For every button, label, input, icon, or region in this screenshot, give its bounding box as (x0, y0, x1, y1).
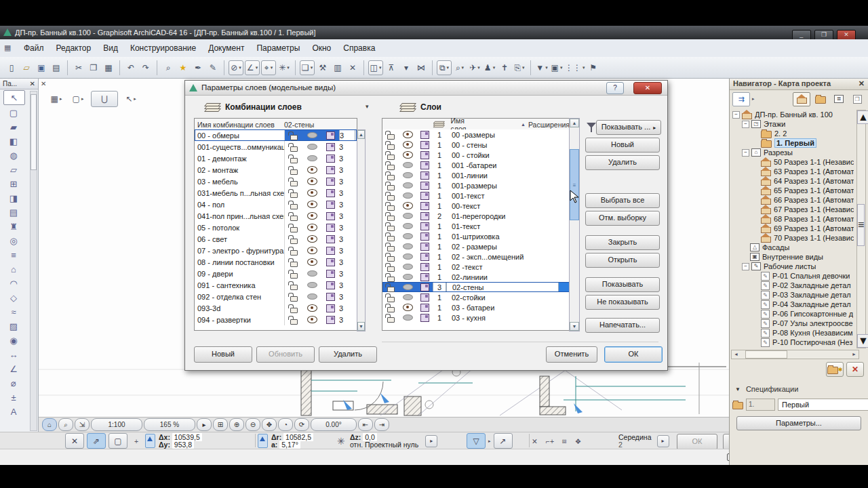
lock-icon[interactable] (382, 231, 399, 241)
view-mode-icon[interactable] (321, 164, 339, 176)
tool-roof[interactable]: ⌂ (3, 262, 24, 276)
side-button-удалить[interactable]: Удалить (585, 155, 660, 170)
lock-icon[interactable] (382, 201, 399, 211)
tree-item[interactable]: ✎Р-04 Закладные детал (731, 300, 856, 309)
publish-icon[interactable]: ✈▾ (468, 61, 481, 75)
combo-row[interactable]: 094 - развертки3 (195, 314, 357, 325)
tree-item-label[interactable]: 68 Разрез 1-1 (Автомат (774, 215, 854, 223)
eye-icon-open[interactable] (399, 150, 416, 160)
lock-icon[interactable] (382, 129, 399, 140)
new-document-icon[interactable]: ▯ (5, 61, 18, 75)
view-mode-icon[interactable] (416, 201, 433, 211)
tree-item-label[interactable]: Р-02 Закладные детал (772, 281, 851, 289)
tool-select-arrow[interactable]: ↖ (3, 90, 25, 105)
tree-item[interactable]: −◳Этажи (731, 119, 856, 129)
tree-item[interactable]: 69 Разрез 1-1 (Автомат (731, 224, 856, 233)
dialog-ok-button[interactable]: ОК (604, 346, 663, 363)
combo-row[interactable]: 08 - линии постановки3 (195, 256, 357, 268)
eye-icon-open[interactable] (302, 245, 321, 256)
navigator-horizontal-scrollbar[interactable]: ◄ ► (731, 350, 859, 359)
tree-item[interactable]: ✎Р-10 Постирочная (Нез (731, 338, 856, 347)
zoom-out[interactable]: ⊖ (245, 418, 260, 431)
tree-item[interactable]: ✎Р-02 Закладные детал (731, 281, 856, 290)
navigator-close-icon[interactable]: ✕ (859, 79, 865, 89)
relative-coords-menu-icon[interactable]: ▸ (488, 439, 491, 444)
lock-icon[interactable] (382, 190, 399, 201)
magnet-icon[interactable]: ⋃ (91, 91, 118, 107)
combos-panel-dropdown-icon[interactable]: ▾ (366, 103, 369, 110)
combo-row[interactable]: 05 - потолок3 (195, 222, 357, 233)
zoom-tool-icon[interactable]: ⌕▾ (453, 61, 467, 75)
tool-slab[interactable]: ▤ (3, 205, 24, 219)
tree-item[interactable]: 50 Разрез 1-1 (Независ (731, 157, 856, 167)
side-button-показывать[interactable]: Показывать (585, 277, 660, 292)
eye-icon-closed[interactable] (399, 170, 416, 180)
eye-icon-closed[interactable] (399, 312, 416, 323)
tool-angle-dimension[interactable]: ∠ (3, 362, 24, 375)
layers-scrollbar-thumb[interactable]: ≡ (570, 149, 579, 220)
tree-item-label[interactable]: 63 Разрез 1-1 (Автомат (774, 167, 854, 176)
tree-item-label[interactable]: Этажи (764, 120, 785, 128)
marquee-mode-icon[interactable]: ▢▸ (69, 92, 87, 106)
lock-icon[interactable] (285, 164, 302, 176)
tree-item-label[interactable]: 69 Разрез 1-1 (Автомат (774, 224, 854, 232)
specs-label[interactable]: Спецификации (746, 385, 798, 393)
combo-row[interactable]: 093-3d3 (195, 302, 357, 314)
tree-item-label[interactable]: Рабочие листы (764, 262, 816, 270)
eye-icon-closed[interactable] (399, 241, 416, 251)
open-file-icon[interactable]: ▱ (20, 61, 33, 75)
layer-row[interactable]: 101-текст (382, 221, 570, 231)
scale-button[interactable]: 1:100 (91, 418, 142, 431)
layer-row[interactable]: 102 -текст (382, 262, 570, 272)
tree-item-label[interactable]: Разрезы (764, 148, 793, 157)
dy-value[interactable]: 953,8 (172, 441, 194, 449)
tree-item-label[interactable]: Р-03 Закладные детал (772, 291, 851, 299)
arrow-mode-icon[interactable]: ↖▸ (122, 92, 140, 106)
snap-reference-icon[interactable]: ⧈ (562, 436, 567, 445)
tool-marquee[interactable]: ▢ (3, 106, 24, 119)
view-mode-icon[interactable] (321, 152, 339, 164)
view-mode-icon[interactable] (321, 314, 339, 325)
eye-icon-open[interactable] (302, 314, 321, 325)
tree-item-label[interactable]: ДП-пр. Банный кв. 100 (755, 110, 833, 119)
lock-icon[interactable] (285, 233, 302, 245)
menu-Окно[interactable]: Окно (306, 39, 337, 57)
lock-icon[interactable] (382, 150, 399, 160)
tool-camera[interactable]: ◉ (3, 333, 24, 347)
story-number-field[interactable]: 1. (746, 399, 775, 411)
tree-item[interactable]: ✎Р-07 Узлы электроосве (731, 319, 856, 328)
eye-icon-open[interactable] (399, 302, 416, 312)
eye-icon-closed[interactable] (399, 282, 416, 292)
eye-icon-closed[interactable] (399, 231, 416, 241)
tool-zone[interactable]: ▨ (3, 319, 24, 333)
lock-icon[interactable] (382, 272, 399, 282)
eye-icon-closed[interactable] (302, 152, 321, 164)
dz-value[interactable]: 0,0 (363, 433, 377, 441)
view-mode-icon[interactable] (321, 245, 339, 256)
pan-mode[interactable]: ⌂ (42, 418, 57, 431)
tree-item-label[interactable]: 50 Разрез 1-1 (Независ (774, 158, 854, 166)
delete-item-button[interactable]: ✕ (846, 362, 864, 377)
eye-icon-open[interactable] (302, 233, 321, 245)
model-view-options-icon[interactable]: ▣▾ (550, 61, 564, 75)
tree-item-label[interactable]: 66 Разрез 1-1 (Автомат (774, 196, 854, 204)
tree-item[interactable]: −⌂Разрезы (731, 148, 856, 157)
view-mode-icon[interactable] (416, 180, 433, 190)
tree-item-label[interactable]: Р-01 Спальня девочки (772, 272, 850, 280)
reference-menu-button[interactable]: ▸ (425, 435, 437, 447)
toolbox-scrollbar[interactable] (30, 91, 37, 431)
lock-icon[interactable] (382, 180, 399, 190)
selection-settings-icon[interactable]: ▦▸ (47, 92, 65, 106)
lock-icon[interactable] (382, 160, 399, 170)
delete-combo-button[interactable]: Удалить (319, 346, 377, 363)
tree-item-label[interactable]: Р-08 Кухня (Независим (772, 329, 853, 337)
tool-lamp[interactable]: ◎ (3, 234, 24, 247)
tool-morph[interactable]: ◇ (3, 291, 24, 304)
tree-item-label[interactable]: Р-06 Гипсокартонные д (772, 310, 853, 318)
menu-Конструирование[interactable]: Конструирование (124, 39, 202, 57)
eye-icon-closed[interactable] (302, 129, 321, 141)
trace-reference-icon[interactable]: ⧉▾ (437, 60, 452, 75)
specs-collapse-icon[interactable]: ▼ (735, 386, 741, 392)
eye-icon-open[interactable] (399, 201, 416, 211)
layer-row[interactable]: 102 - эксп...омещений (382, 251, 570, 262)
